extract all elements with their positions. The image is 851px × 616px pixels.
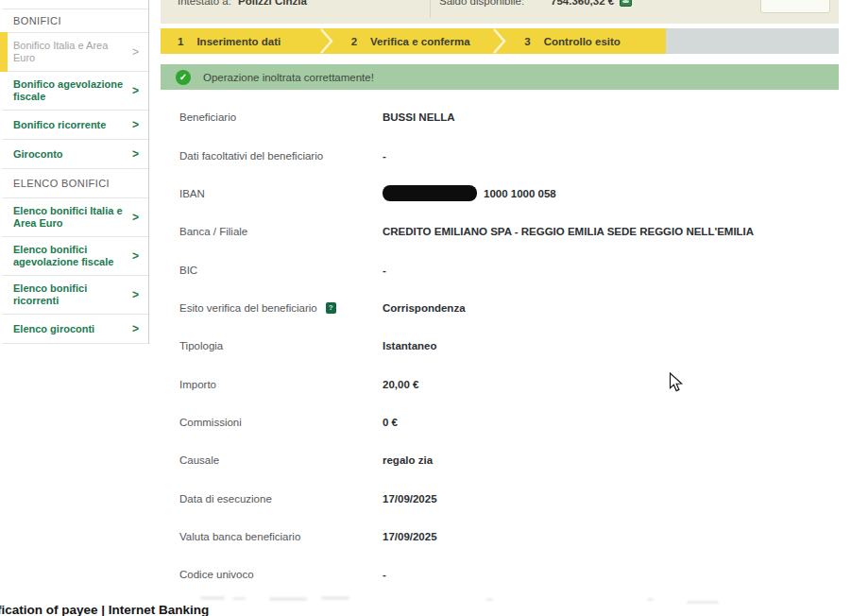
- step-number: 1: [178, 36, 183, 47]
- balance-label: Saldo disponibile:: [439, 0, 524, 8]
- detail-value: Corrispondenza: [383, 302, 466, 314]
- sidebar-item-label: Bonifico ricorrente: [13, 119, 106, 131]
- toggle-balance-visibility-icon[interactable]: [620, 0, 632, 7]
- detail-value-text: 17/09/2025: [383, 531, 437, 542]
- detail-label: Importo: [161, 379, 383, 390]
- chevron-right-icon: >: [132, 86, 139, 95]
- detail-label-text: Data di esecuzione: [179, 493, 272, 505]
- detail-row: IBAN1000 1000 058: [161, 175, 839, 213]
- detail-value: 0 €: [383, 417, 398, 428]
- detail-value: regalo zia: [383, 454, 433, 466]
- sidebar-item[interactable]: Elenco bonifici agevolazione fiscale>: [2, 237, 148, 276]
- sidebar-item[interactable]: Elenco giroconti>: [2, 315, 148, 344]
- detail-value: -: [383, 150, 386, 162]
- detail-value: Istantaneo: [383, 340, 437, 351]
- step-label: Verifica e conferma: [370, 36, 469, 47]
- balance-value: 754.360,32 €: [551, 0, 614, 8]
- step-separator-chevron-icon: [492, 28, 507, 54]
- sidebar: BONIFICI Bonifico Italia e Area Euro>Bon…: [2, 0, 149, 344]
- header-button[interactable]: [760, 0, 830, 13]
- step-number: 2: [351, 36, 357, 47]
- detail-label: Beneficiario: [161, 111, 383, 123]
- main-content: Intestato a: Polizzi Cinzia Saldo dispon…: [161, 0, 839, 593]
- sidebar-item[interactable]: Elenco bonifici Italia e Area Euro>: [2, 198, 148, 237]
- detail-value: 17/09/2025: [383, 493, 437, 505]
- detail-value-text: 0 €: [383, 417, 398, 428]
- detail-label-text: Importo: [179, 379, 216, 390]
- detail-label-text: Tipologia: [179, 340, 223, 351]
- account-holder-label: Intestato a:: [178, 0, 231, 8]
- sidebar-section-bonifici-title: BONIFICI: [2, 9, 148, 33]
- progress-steps: 1 Inserimento dati 2 Verifica e conferma…: [161, 28, 839, 54]
- sidebar-menu-bonifici: Bonifico Italia e Area Euro>Bonifico age…: [2, 33, 148, 169]
- success-banner: ✓ Operazione inoltrata correttamente!: [161, 64, 839, 90]
- progress-steps-empty-track: [666, 28, 839, 54]
- chevron-right-icon: >: [132, 324, 139, 334]
- header-divider: [430, 0, 431, 18]
- detail-label-text: IBAN: [179, 188, 205, 199]
- detail-row: Esito verifica del beneficiario?Corrispo…: [161, 289, 839, 327]
- check-circle-icon: ✓: [176, 70, 191, 85]
- step-number: 3: [524, 36, 530, 47]
- detail-label: Dati facoltativi del beneficiario: [161, 150, 383, 162]
- sidebar-item-label: Giroconto: [13, 148, 63, 161]
- progress-steps-active-track: 1 Inserimento dati 2 Verifica e conferma…: [161, 28, 666, 54]
- detail-value: CREDITO EMILIANO SPA - REGGIO EMILIA SED…: [383, 226, 754, 237]
- sidebar-section-elenco-title: ELENCO BONIFICI: [2, 169, 148, 198]
- detail-value: 20,00 €: [383, 379, 418, 390]
- detail-label: Banca / Filiale: [161, 226, 383, 237]
- sidebar-item[interactable]: Giroconto>: [2, 140, 148, 169]
- sidebar-item[interactable]: Elenco bonifici ricorrenti>: [2, 276, 148, 315]
- sidebar-item[interactable]: Bonifico Italia e Area Euro>: [2, 33, 148, 72]
- transfer-details-list: BeneficiarioBUSSI NELLADati facoltativi …: [161, 98, 839, 593]
- detail-label: Data di esecuzione: [161, 493, 383, 505]
- detail-value-text: BUSSI NELLA: [383, 111, 455, 123]
- detail-value-text: Corrispondenza: [383, 302, 466, 314]
- detail-value-text: -: [383, 265, 386, 276]
- step-label: Inserimento dati: [196, 36, 281, 47]
- detail-label: Causale: [161, 454, 383, 466]
- detail-value-text: 20,00 €: [383, 379, 418, 390]
- detail-label: Codice univoco: [161, 569, 383, 580]
- detail-value: BUSSI NELLA: [383, 111, 455, 123]
- detail-value-text: 1000 1000 058: [484, 188, 556, 199]
- chevron-right-icon: >: [132, 149, 139, 159]
- sidebar-item[interactable]: Bonifico ricorrente>: [2, 111, 148, 140]
- detail-value-text: Istantaneo: [383, 340, 437, 351]
- detail-row: TipologiaIstantaneo: [161, 327, 839, 365]
- detail-row: Valuta banca beneficiario17/09/2025: [161, 518, 839, 556]
- sidebar-item-label: Elenco giroconti: [13, 323, 94, 335]
- detail-row: Codice univoco-: [161, 556, 839, 593]
- detail-row: Dati facoltativi del beneficiario-: [161, 136, 839, 174]
- detail-value-text: -: [383, 150, 386, 162]
- detail-row: Data di esecuzione17/09/2025: [161, 479, 839, 517]
- detail-label: Valuta banca beneficiario: [161, 531, 383, 542]
- sidebar-item-label: Bonifico agevolazione fiscale: [13, 78, 128, 103]
- detail-label: Tipologia: [161, 340, 383, 351]
- help-icon[interactable]: ?: [326, 302, 336, 314]
- step-verifica-conferma: 2 Verifica e conferma: [334, 28, 493, 54]
- sidebar-item[interactable]: Bonifico agevolazione fiscale>: [2, 72, 148, 111]
- detail-row: Banca / FilialeCREDITO EMILIANO SPA - RE…: [161, 213, 839, 250]
- detail-value: -: [383, 265, 386, 276]
- detail-row: Commissioni0 €: [161, 403, 839, 441]
- step-inserimento-dati: 1 Inserimento dati: [161, 28, 319, 54]
- detail-value-text: -: [383, 569, 386, 580]
- detail-label: Esito verifica del beneficiario?: [161, 302, 383, 314]
- sidebar-partial-item: [2, 0, 148, 9]
- mouse-cursor: [669, 372, 684, 393]
- sidebar-item-label: Bonifico Italia e Area Euro: [13, 40, 128, 64]
- detail-label: Commissioni: [161, 417, 383, 428]
- account-header: Intestato a: Polizzi Cinzia Saldo dispon…: [161, 0, 839, 24]
- detail-label-text: Beneficiario: [179, 111, 236, 123]
- detail-value: 17/09/2025: [383, 531, 437, 542]
- detail-label: IBAN: [161, 188, 383, 199]
- redaction-box: [383, 185, 477, 201]
- sidebar-item-label: Elenco bonifici ricorrenti: [13, 282, 128, 307]
- detail-value-text: CREDITO EMILIANO SPA - REGGIO EMILIA SED…: [383, 226, 754, 237]
- chevron-right-icon: >: [132, 213, 139, 222]
- chevron-right-icon: >: [132, 251, 139, 261]
- detail-row: Importo20,00 €: [161, 365, 839, 402]
- sidebar-menu-elenco: Elenco bonifici Italia e Area Euro>Elenc…: [2, 198, 148, 344]
- detail-label: BIC: [161, 265, 383, 276]
